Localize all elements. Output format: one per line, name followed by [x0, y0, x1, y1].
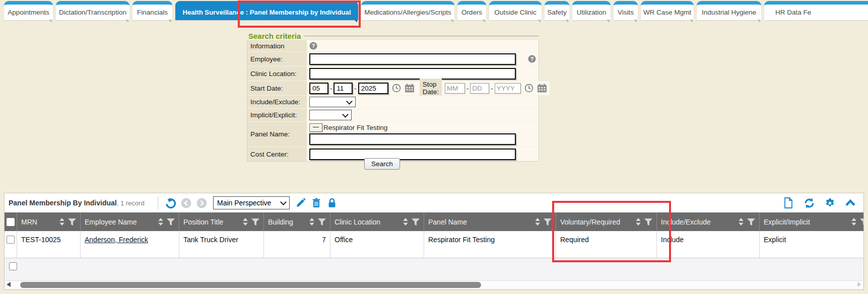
remove-chip-button[interactable]: — — [309, 123, 322, 132]
date-separator: - — [354, 85, 356, 92]
calendar-icon[interactable] — [405, 84, 415, 93]
tab-financials[interactable]: Financials — [132, 1, 172, 20]
tab-label: Medications/Allergies/Scripts — [364, 9, 451, 16]
tab-label: Financials — [137, 9, 168, 16]
cell-panel-name: Respirator Fit Testing — [424, 231, 556, 258]
panel-name-input[interactable] — [309, 133, 516, 145]
sort-icon[interactable] — [309, 218, 314, 226]
tab-utilization[interactable]: Utilization — [572, 1, 611, 20]
sort-icon[interactable] — [535, 218, 540, 226]
column-label: Position Title — [183, 218, 223, 226]
include-exclude-select[interactable] — [309, 97, 356, 107]
filter-funnel-icon[interactable] — [412, 218, 420, 226]
filter-funnel-icon[interactable] — [68, 218, 76, 226]
clinic-location-input[interactable] — [309, 68, 516, 80]
column-header-clinic-location[interactable]: Clinic Location — [330, 212, 424, 231]
filter-funnel-icon[interactable] — [747, 218, 755, 226]
column-label: Employee Name — [85, 218, 137, 226]
tab-dictation-transcription[interactable]: Dictation/Transcription — [56, 1, 129, 20]
tab-safety[interactable]: Safety — [545, 1, 569, 20]
toolbar-divider — [158, 196, 158, 209]
tab-orders[interactable]: Orders — [457, 1, 486, 20]
filter-funnel-icon[interactable] — [251, 218, 259, 226]
search-button[interactable]: Search — [364, 158, 400, 170]
chevron-down-icon — [280, 199, 287, 205]
clock-icon[interactable] — [392, 84, 401, 93]
refresh-icon[interactable] — [803, 197, 815, 209]
tab-medications-allergies-scripts[interactable]: Medications/Allergies/Scripts — [361, 1, 454, 20]
start-month-input[interactable] — [309, 83, 328, 94]
tab-label: Industrial Hygiene — [702, 9, 756, 16]
sort-icon[interactable] — [158, 218, 163, 226]
tab-health-surveillance-panel-membership[interactable]: Health Surveillance : Panel Membership b… — [175, 1, 358, 20]
filter-funnel-icon[interactable] — [644, 218, 652, 226]
include-exclude-label: Include/Exclude: — [247, 96, 307, 108]
tab-visits[interactable]: Visits — [614, 1, 638, 20]
tab-wr-case-mgmt[interactable]: WR Case Mgmt — [641, 1, 694, 20]
horizontal-scrollbar[interactable] — [5, 280, 863, 288]
stop-year-input[interactable] — [495, 83, 521, 94]
sort-icon[interactable] — [59, 218, 64, 226]
sort-icon[interactable] — [739, 218, 744, 226]
footer-checkbox[interactable] — [9, 262, 17, 270]
calendar-icon[interactable] — [537, 84, 547, 93]
cell-position-title: Tank Truck Driver — [179, 231, 264, 258]
delete-trash-icon[interactable] — [310, 197, 322, 209]
filter-funnel-icon[interactable] — [860, 218, 864, 226]
edit-pencil-icon[interactable] — [295, 197, 307, 209]
grid-header-row: MRN Employee Name Position Title Buildin… — [5, 212, 863, 231]
filter-funnel-icon[interactable] — [544, 218, 552, 226]
tab-outside-clinic[interactable]: Outside Clinic — [489, 1, 542, 20]
sort-icon[interactable] — [243, 218, 248, 226]
perspective-select[interactable]: Main Perspective — [213, 196, 290, 209]
employee-input[interactable] — [309, 53, 516, 65]
cell-mrn: TEST-10025 — [17, 231, 81, 258]
scroll-right-arrow-icon[interactable] — [857, 282, 861, 287]
tab-industrial-hygiene[interactable]: Industrial Hygiene — [697, 1, 761, 20]
stop-month-input[interactable] — [445, 83, 465, 94]
cell-include-exclude: Include — [657, 231, 760, 258]
cost-center-input[interactable] — [309, 149, 516, 160]
sort-icon[interactable] — [403, 218, 408, 226]
scroll-left-arrow-icon[interactable] — [7, 282, 11, 287]
employee-name-link[interactable]: Anderson, Frederick — [85, 236, 148, 244]
column-header-employee-name[interactable]: Employee Name — [81, 212, 179, 231]
sort-icon[interactable] — [636, 218, 641, 226]
search-criteria-title: Search criteria — [247, 32, 301, 40]
cell-explicit-implicit: Explicit — [760, 231, 864, 258]
next-page-icon[interactable] — [195, 197, 208, 209]
column-header-position-title[interactable]: Position Title — [179, 212, 264, 231]
row-checkbox[interactable] — [7, 236, 15, 244]
gear-icon[interactable] — [824, 197, 836, 209]
sort-icon[interactable] — [851, 218, 856, 226]
help-icon[interactable]: ? — [528, 55, 536, 63]
implicit-explicit-select[interactable] — [309, 110, 352, 120]
help-icon[interactable]: ? — [309, 42, 317, 50]
start-year-input[interactable] — [358, 83, 388, 94]
column-header-voluntary-required[interactable]: Voluntary/Required — [556, 212, 657, 231]
collapse-chevron-up-icon[interactable] — [844, 197, 856, 209]
tab-appointments[interactable]: Appointments — [4, 1, 53, 20]
column-header-panel-name[interactable]: Panel Name — [424, 212, 556, 231]
filter-funnel-icon[interactable] — [167, 218, 175, 226]
column-header-explicit-implicit[interactable]: Explicit/Implicit — [760, 212, 864, 231]
new-record-icon[interactable] — [782, 197, 794, 209]
tab-hr-data-feed[interactable]: HR Data Fe — [764, 1, 868, 20]
scrollbar-thumb[interactable] — [20, 282, 481, 288]
column-header-building[interactable]: Building — [264, 212, 330, 231]
select-all-checkbox[interactable] — [7, 218, 15, 226]
start-day-input[interactable] — [333, 83, 353, 94]
filter-funnel-icon[interactable] — [318, 218, 326, 226]
column-header-mrn[interactable]: MRN — [17, 212, 81, 231]
cost-center-label: Cost Center: — [247, 147, 307, 161]
lock-icon[interactable] — [326, 197, 338, 209]
cell-building: 7 — [264, 231, 330, 258]
stop-day-input[interactable] — [470, 83, 489, 94]
tab-label: Outside Clinic — [494, 9, 536, 16]
undo-icon[interactable] — [164, 197, 176, 209]
column-label: MRN — [21, 218, 37, 226]
column-label: Explicit/Implicit — [764, 218, 810, 226]
clock-icon[interactable] — [524, 84, 533, 93]
column-header-include-exclude[interactable]: Include/Exclude — [657, 212, 760, 231]
previous-page-icon[interactable] — [180, 197, 192, 209]
